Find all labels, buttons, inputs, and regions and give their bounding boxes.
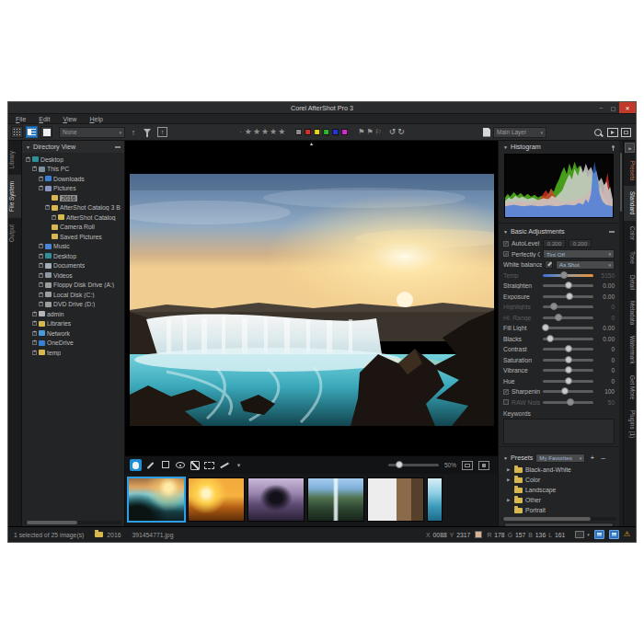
flag-icon[interactable]: ⚑: [358, 128, 364, 136]
right-panel-tab[interactable]: Plugins (1): [624, 405, 636, 443]
sort-direction-button[interactable]: [128, 126, 139, 138]
color-label-swatch[interactable]: [314, 129, 320, 135]
white-balance-dropdown[interactable]: As Shot: [556, 260, 615, 270]
tree-item[interactable]: Network: [22, 328, 124, 339]
scrollbar-track[interactable]: [25, 521, 121, 524]
single-view-button[interactable]: [40, 126, 52, 138]
viewer-tool-button[interactable]: [218, 459, 230, 471]
right-panel-tab[interactable]: Get More: [624, 370, 636, 405]
preview-mode-icon[interactable]: [609, 530, 619, 539]
tree-item[interactable]: Downloads: [22, 174, 124, 184]
filmstrip-thumbnail[interactable]: [367, 477, 424, 522]
thumbnail-view-button[interactable]: [11, 126, 23, 138]
tree-item[interactable]: temp: [22, 348, 124, 358]
color-label-swatch[interactable]: [341, 129, 348, 135]
tree-expander-icon[interactable]: [44, 204, 51, 211]
adjustment-slider-track[interactable]: [543, 295, 593, 298]
scrollbar-track[interactable]: [501, 517, 616, 521]
tree-expander-icon[interactable]: [25, 156, 31, 163]
tree-expander-icon[interactable]: [51, 214, 57, 221]
tree-expander-icon[interactable]: [38, 185, 44, 191]
color-label-swatch[interactable]: [332, 129, 339, 135]
tree-expander-icon[interactable]: [38, 292, 44, 298]
layer-dropdown[interactable]: Main Layer: [493, 127, 546, 138]
presets-header[interactable]: ▼ Presets My Favorites + –: [499, 451, 619, 465]
preset-folder-item[interactable]: Landscape: [499, 485, 619, 495]
adjustment-slider-track[interactable]: [543, 316, 593, 319]
color-label-swatch[interactable]: [323, 129, 329, 135]
fit-to-screen-icon[interactable]: [462, 461, 473, 470]
adjustment-slider-track[interactable]: [543, 359, 593, 362]
adjustment-slider-handle[interactable]: [567, 398, 574, 406]
adjustment-slider-track[interactable]: [543, 401, 593, 404]
tree-item[interactable]: OneDrive: [22, 339, 124, 349]
collapse-triangle-icon[interactable]: ▼: [503, 455, 508, 461]
collapse-triangle-icon[interactable]: ▼: [503, 144, 508, 150]
tree-expander-icon[interactable]: [38, 262, 44, 269]
autolevel-high-value[interactable]: 0.200: [569, 239, 592, 247]
eyedropper-button[interactable]: [545, 260, 553, 269]
tree-item[interactable]: 2016: [22, 193, 124, 203]
adjustment-slider-track[interactable]: [543, 348, 593, 351]
tree-item[interactable]: Camera Roll: [22, 223, 124, 233]
viewer-tool-button[interactable]: [130, 459, 142, 471]
menu-item[interactable]: View: [58, 116, 85, 122]
tree-item[interactable]: This PC: [22, 165, 124, 175]
scrollbar-thumb[interactable]: [27, 521, 77, 524]
tree-expander-icon[interactable]: [31, 320, 38, 327]
minimize-button[interactable]: –: [595, 102, 607, 113]
tree-expander-icon[interactable]: [38, 176, 44, 182]
viewer-tool-button[interactable]: [233, 459, 245, 471]
tree-expander-icon[interactable]: [31, 330, 38, 337]
tree-item[interactable]: Pictures: [22, 184, 124, 194]
left-panel-tab[interactable]: Library: [8, 144, 21, 175]
title-bar[interactable]: Corel AfterShot Pro 3 – ▢ ✕: [8, 102, 636, 114]
filmstrip-thumbnail[interactable]: [307, 477, 364, 522]
scrollbar-thumb[interactable]: [503, 517, 591, 521]
adjustment-slider-handle[interactable]: [561, 387, 569, 395]
perfectly-clear-dropdown[interactable]: Tint Off: [543, 249, 615, 259]
slideshow-icon[interactable]: [607, 128, 618, 137]
tree-item[interactable]: Desktop: [22, 155, 124, 165]
viewer-tool-button[interactable]: [174, 459, 186, 471]
viewer-tool-button[interactable]: [189, 459, 201, 471]
menu-item[interactable]: Edit: [34, 116, 58, 122]
expand-arrow-icon[interactable]: [507, 498, 512, 502]
tree-expander-icon[interactable]: [38, 243, 44, 249]
right-panel-tab[interactable]: Watermark: [624, 330, 636, 370]
adjustment-slider-handle[interactable]: [565, 282, 572, 289]
adjustment-checkbox[interactable]: [503, 389, 509, 395]
collapse-triangle-icon[interactable]: ▼: [26, 144, 30, 150]
export-button[interactable]: [157, 127, 167, 137]
star-icon[interactable]: ★: [261, 128, 269, 136]
rating-clear-dot[interactable]: ·: [239, 128, 242, 136]
thumbnail-mode-icon[interactable]: [594, 530, 604, 539]
right-panel-tab[interactable]: Detail: [624, 270, 636, 295]
flag-icon[interactable]: ⚑: [366, 128, 373, 136]
right-panel-tab[interactable]: Tone: [624, 246, 636, 270]
star-icon[interactable]: ★: [245, 128, 252, 136]
tree-expander-icon[interactable]: [38, 282, 44, 288]
search-icon[interactable]: [594, 129, 602, 136]
adjustment-slider-track[interactable]: [543, 284, 593, 287]
maximize-button[interactable]: ▢: [607, 102, 619, 113]
preset-folder-item[interactable]: Other: [499, 495, 619, 505]
tree-expander-icon[interactable]: [38, 253, 44, 259]
sort-dropdown[interactable]: None: [59, 127, 125, 138]
scrollbar-thumb[interactable]: [620, 153, 622, 212]
tree-item[interactable]: AfterShot Catalog: [22, 213, 124, 223]
autolevel-checkbox[interactable]: [503, 241, 509, 247]
star-icon[interactable]: ★: [270, 128, 277, 136]
viewer-tool-button[interactable]: [159, 459, 171, 471]
filmstrip-thumbnail[interactable]: [427, 477, 443, 522]
undo-icon[interactable]: ↺: [389, 128, 397, 136]
histogram-pin-icon[interactable]: [612, 145, 615, 148]
tree-expander-icon[interactable]: [31, 339, 38, 346]
basic-adjustments-header[interactable]: ▼ Basic Adjustments: [499, 225, 619, 237]
image-viewer[interactable]: [125, 141, 498, 455]
tree-expander-icon[interactable]: [31, 311, 38, 317]
filmstrip-thumbnail[interactable]: [247, 477, 305, 522]
tree-item[interactable]: Desktop: [22, 251, 124, 261]
viewer-tool-button[interactable]: [203, 459, 215, 471]
tree-item[interactable]: Local Disk (C:): [22, 290, 124, 300]
